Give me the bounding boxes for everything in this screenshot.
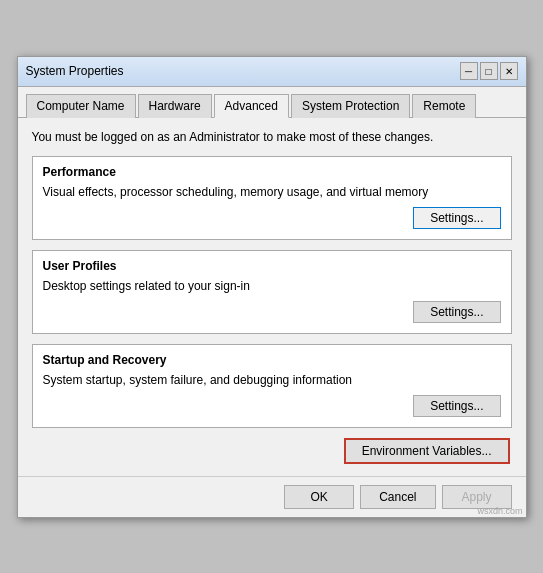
user-profiles-section: User Profiles Desktop settings related t… <box>32 250 512 334</box>
cancel-button[interactable]: Cancel <box>360 485 435 509</box>
user-profiles-btn-row: Settings... <box>43 301 501 323</box>
close-button[interactable]: ✕ <box>500 62 518 80</box>
title-bar: System Properties ─ □ ✕ <box>18 57 526 87</box>
user-profiles-section-desc: Desktop settings related to your sign-in <box>43 279 501 293</box>
window-title: System Properties <box>26 64 124 78</box>
performance-section-title: Performance <box>43 165 501 179</box>
performance-btn-row: Settings... <box>43 207 501 229</box>
env-var-row: Environment Variables... <box>32 438 512 464</box>
performance-settings-button[interactable]: Settings... <box>413 207 500 229</box>
title-bar-controls: ─ □ ✕ <box>460 62 518 80</box>
watermark-text: wsxdn.com <box>477 506 522 516</box>
main-content: You must be logged on as an Administrato… <box>18 118 526 476</box>
tab-bar: Computer Name Hardware Advanced System P… <box>18 87 526 118</box>
maximize-button[interactable]: □ <box>480 62 498 80</box>
tab-computer-name[interactable]: Computer Name <box>26 94 136 118</box>
performance-section: Performance Visual effects, processor sc… <box>32 156 512 240</box>
ok-button[interactable]: OK <box>284 485 354 509</box>
bottom-bar: OK Cancel Apply <box>18 476 526 517</box>
startup-recovery-section: Startup and Recovery System startup, sys… <box>32 344 512 428</box>
tab-hardware[interactable]: Hardware <box>138 94 212 118</box>
admin-notice-text: You must be logged on as an Administrato… <box>32 130 512 144</box>
tab-remote[interactable]: Remote <box>412 94 476 118</box>
startup-recovery-btn-row: Settings... <box>43 395 501 417</box>
tab-system-protection[interactable]: System Protection <box>291 94 410 118</box>
startup-recovery-section-title: Startup and Recovery <box>43 353 501 367</box>
tab-advanced[interactable]: Advanced <box>214 94 289 118</box>
minimize-button[interactable]: ─ <box>460 62 478 80</box>
user-profiles-settings-button[interactable]: Settings... <box>413 301 500 323</box>
environment-variables-button[interactable]: Environment Variables... <box>344 438 510 464</box>
performance-section-desc: Visual effects, processor scheduling, me… <box>43 185 501 199</box>
system-properties-window: System Properties ─ □ ✕ Computer Name Ha… <box>17 56 527 518</box>
startup-recovery-settings-button[interactable]: Settings... <box>413 395 500 417</box>
startup-recovery-section-desc: System startup, system failure, and debu… <box>43 373 501 387</box>
user-profiles-section-title: User Profiles <box>43 259 501 273</box>
